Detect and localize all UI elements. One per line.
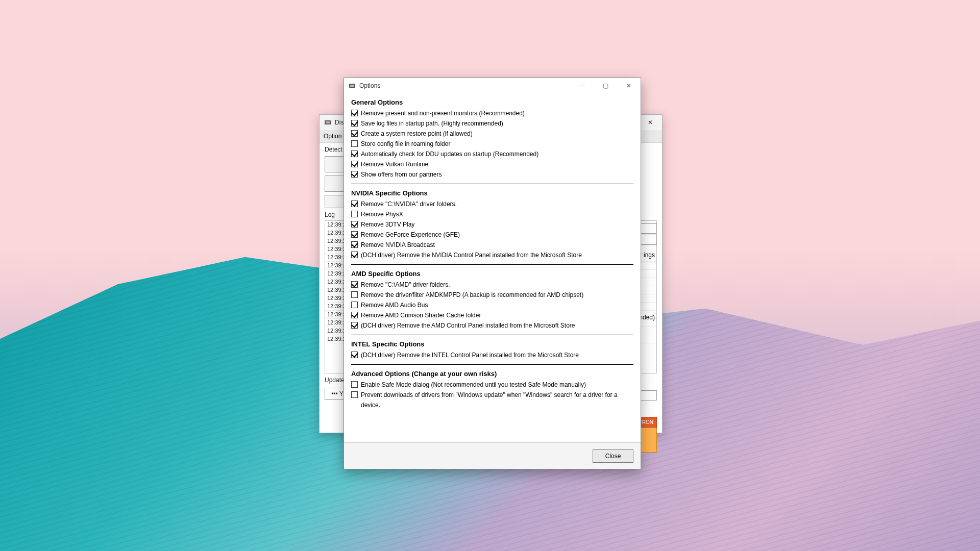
- option-general-1[interactable]: Save log files in startup path. (Highly …: [351, 118, 633, 129]
- option-label: Create a system restore point (if allowe…: [361, 129, 473, 139]
- option-amd-2[interactable]: Remove AMD Audio Bus: [351, 300, 633, 310]
- option-nvidia-1[interactable]: Remove PhysX: [351, 209, 633, 219]
- option-label: Remove the driver/filter AMDKMPFD (A bac…: [361, 290, 583, 300]
- divider: [351, 184, 633, 184]
- option-general-0[interactable]: Remove present and non-present monitors …: [351, 108, 633, 118]
- divider: [351, 264, 633, 265]
- options-titlebar[interactable]: Options — ▢ ✕: [344, 78, 641, 93]
- option-amd-4[interactable]: (DCH driver) Remove the AMD Control Pane…: [351, 320, 633, 331]
- checkbox[interactable]: [351, 281, 358, 288]
- option-label: Prevent downloads of drivers from "Windo…: [361, 390, 633, 410]
- option-label: Remove NVIDIA Broadcast: [361, 240, 435, 250]
- option-nvidia-4[interactable]: Remove NVIDIA Broadcast: [351, 240, 633, 250]
- checkbox[interactable]: [351, 120, 358, 127]
- checkbox[interactable]: [351, 110, 358, 116]
- option-label: Remove PhysX: [361, 209, 403, 219]
- checkbox[interactable]: [351, 211, 358, 217]
- option-general-2[interactable]: Create a system restore point (if allowe…: [351, 129, 633, 139]
- section-heading-general: General Options: [351, 98, 633, 106]
- checkbox[interactable]: [351, 231, 358, 238]
- option-label: Remove AMD Audio Bus: [361, 300, 428, 310]
- option-label: Remove AMD Crimson Shader Cache folder: [361, 310, 481, 320]
- option-label: Remove "C:\NVIDIA" driver folders.: [361, 199, 457, 209]
- menu-options[interactable]: Option: [324, 133, 341, 140]
- option-advanced-0[interactable]: Enable Safe Mode dialog (Not recommended…: [351, 380, 633, 390]
- options-dialog: Options — ▢ ✕ General Options Remove pre…: [344, 78, 641, 469]
- option-intel-0[interactable]: (DCH driver) Remove the INTEL Control Pa…: [351, 350, 633, 360]
- section-heading-amd: AMD Specific Options: [351, 270, 633, 278]
- option-label: Remove Vulkan Runtime: [361, 159, 428, 169]
- checkbox[interactable]: [351, 291, 358, 298]
- checkbox[interactable]: [351, 201, 358, 207]
- option-label: (DCH driver) Remove the INTEL Control Pa…: [361, 350, 579, 360]
- option-amd-3[interactable]: Remove AMD Crimson Shader Cache folder: [351, 310, 633, 320]
- option-label: Remove GeForce Experience (GFE): [361, 230, 460, 240]
- divider: [351, 364, 633, 365]
- option-nvidia-5[interactable]: (DCH driver) Remove the NVIDIA Control P…: [351, 250, 633, 260]
- checkbox[interactable]: [351, 352, 358, 358]
- option-amd-0[interactable]: Remove "C:\AMD" driver folders.: [351, 280, 633, 290]
- checkbox[interactable]: [351, 241, 358, 248]
- checkbox[interactable]: [351, 140, 358, 147]
- option-label: Automatically check for DDU updates on s…: [361, 149, 538, 159]
- section-heading-intel: INTEL Specific Options: [351, 340, 633, 348]
- side-text-nded: nded): [639, 314, 655, 321]
- minimize-button[interactable]: —: [570, 78, 594, 93]
- option-label: Store config file in roaming folder: [361, 139, 450, 149]
- checkbox[interactable]: [351, 221, 358, 228]
- options-title: Options: [359, 82, 380, 89]
- main-window-title: Dis: [335, 119, 344, 126]
- option-general-3[interactable]: Store config file in roaming folder: [351, 139, 633, 149]
- option-nvidia-0[interactable]: Remove "C:\NVIDIA" driver folders.: [351, 199, 633, 209]
- option-general-6[interactable]: Show offers from our partners: [351, 169, 633, 180]
- option-label: Remove "C:\AMD" driver folders.: [361, 280, 450, 290]
- option-label: Save log files in startup path. (Highly …: [361, 118, 503, 129]
- section-heading-nvidia: NVIDIA Specific Options: [351, 189, 633, 197]
- option-label: Show offers from our partners: [361, 169, 442, 180]
- option-advanced-1[interactable]: Prevent downloads of drivers from "Windo…: [351, 390, 633, 410]
- side-text-ings: ings: [644, 252, 655, 259]
- option-label: (DCH driver) Remove the NVIDIA Control P…: [361, 250, 582, 260]
- app-icon: [348, 82, 356, 90]
- checkbox[interactable]: [351, 391, 358, 398]
- checkbox[interactable]: [351, 252, 358, 258]
- option-general-4[interactable]: Automatically check for DDU updates on s…: [351, 149, 633, 159]
- options-body: General Options Remove present and non-p…: [344, 93, 641, 442]
- checkbox[interactable]: [351, 161, 358, 167]
- checkbox[interactable]: [351, 381, 358, 388]
- option-nvidia-2[interactable]: Remove 3DTV Play: [351, 219, 633, 230]
- checkbox[interactable]: [351, 130, 358, 137]
- option-label: Enable Safe Mode dialog (Not recommended…: [361, 380, 586, 390]
- options-footer: Close: [344, 442, 641, 469]
- svg-rect-3: [350, 85, 354, 87]
- option-label: (DCH driver) Remove the AMD Control Pane…: [361, 320, 575, 331]
- close-window-button[interactable]: ✕: [617, 78, 641, 93]
- checkbox[interactable]: [351, 312, 358, 318]
- option-label: Remove present and non-present monitors …: [361, 108, 525, 118]
- checkbox[interactable]: [351, 171, 358, 178]
- checkbox[interactable]: [351, 302, 358, 308]
- option-general-5[interactable]: Remove Vulkan Runtime: [351, 159, 633, 169]
- divider: [351, 335, 633, 335]
- section-heading-advanced: Advanced Options (Change at your own ris…: [351, 370, 633, 378]
- app-icon: [324, 118, 332, 127]
- maximize-button[interactable]: ▢: [594, 78, 617, 93]
- option-amd-1[interactable]: Remove the driver/filter AMDKMPFD (A bac…: [351, 290, 633, 300]
- main-window-close-button[interactable]: ✕: [639, 115, 662, 130]
- option-nvidia-3[interactable]: Remove GeForce Experience (GFE): [351, 230, 633, 240]
- checkbox[interactable]: [351, 151, 358, 157]
- svg-rect-1: [326, 121, 330, 123]
- option-label: Remove 3DTV Play: [361, 219, 414, 230]
- close-button[interactable]: Close: [593, 449, 633, 463]
- checkbox[interactable]: [351, 322, 358, 329]
